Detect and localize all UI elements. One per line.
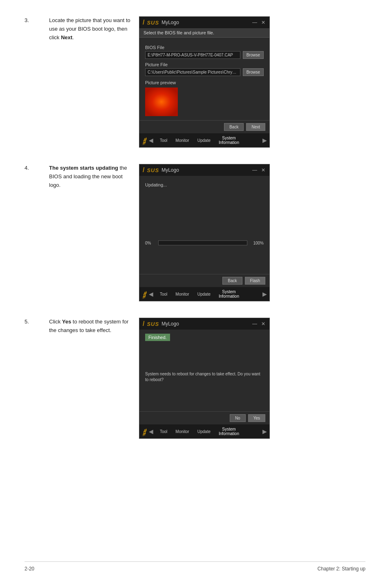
- nav-tool-2[interactable]: Tool: [156, 290, 171, 298]
- nav-bar-3: 𝄰 ◀ Tool Monitor Update SystemInformatio…: [139, 424, 269, 438]
- window-footer-2: Back Flash: [139, 274, 269, 287]
- nav-monitor-2[interactable]: Monitor: [171, 290, 193, 298]
- minimize-btn-1[interactable]: —: [251, 20, 258, 25]
- next-btn-1[interactable]: Next: [246, 123, 265, 131]
- bios-browse-btn[interactable]: Browse: [243, 51, 264, 59]
- updating-text: Updating...: [145, 182, 264, 187]
- asus-text-2: SUS: [147, 167, 159, 173]
- back-btn-1[interactable]: Back: [224, 123, 244, 131]
- nav-monitor-3[interactable]: Monitor: [171, 428, 193, 435]
- page-number: 2-20: [25, 566, 34, 572]
- step-5-screenshot: / SUS MyLogo — ✕ Finished. System needs …: [139, 318, 365, 439]
- progress-area: Updating... 0% 100%: [139, 176, 269, 274]
- chapter-label: Chapter 2: Starting up: [318, 566, 365, 572]
- nav-sysinfo-3[interactable]: SystemInformation: [215, 425, 243, 438]
- flower-thumbnail: [145, 88, 178, 116]
- titlebar-left-2: / SUS MyLogo: [143, 166, 179, 174]
- step-3: 3. Locate the picture that you want to u…: [25, 16, 365, 148]
- titlebar-left-3: / SUS MyLogo: [143, 320, 179, 328]
- nav-arrow-right-1[interactable]: ▶: [262, 137, 267, 144]
- nav-bar-2: 𝄰 ◀ Tool Monitor Update SystemInformatio…: [139, 287, 269, 301]
- mylogo-window-2: / SUS MyLogo — ✕ Updating... 0%: [139, 164, 270, 301]
- nav-monitor-1[interactable]: Monitor: [171, 137, 193, 144]
- step-3-text: Locate the picture that you want to use …: [49, 16, 139, 42]
- step-4-number: 4.: [25, 164, 49, 171]
- bios-label: BIOS File: [145, 45, 264, 50]
- titlebar-controls-3: — ✕: [251, 321, 266, 327]
- minimize-btn-3[interactable]: —: [251, 321, 258, 327]
- bios-field-row: E:\P8H77-M-PRO-ASUS-V-P8H77E-0407.CAP Br…: [145, 51, 264, 59]
- picture-browse-btn[interactable]: Browse: [243, 68, 264, 76]
- back-btn-2[interactable]: Back: [222, 277, 242, 285]
- nav-logo-1: 𝄰: [143, 136, 146, 145]
- progress-end: 100%: [251, 241, 264, 245]
- titlebar-1: / SUS MyLogo — ✕: [139, 17, 269, 28]
- preview-image: [145, 88, 178, 116]
- picture-input[interactable]: C:\Users\Public\Pictures\Sample Pictures…: [145, 68, 240, 76]
- window-footer-3: No Yes: [139, 411, 269, 424]
- nav-bar-1: 𝄰 ◀ Tool Monitor Update SystemInformatio…: [139, 133, 269, 147]
- progress-start: 0%: [145, 241, 155, 245]
- titlebar-controls-2: — ✕: [251, 167, 266, 173]
- step-5: 5. Click Yes to reboot the system for th…: [25, 318, 365, 439]
- window-title-2: MyLogo: [161, 167, 179, 173]
- step-5-text: Click Yes to reboot the system for the c…: [49, 318, 139, 335]
- titlebar-3: / SUS MyLogo — ✕: [139, 318, 269, 330]
- nav-arrow-right-2[interactable]: ▶: [262, 291, 267, 297]
- nav-tool-3[interactable]: Tool: [156, 428, 171, 435]
- step-5-number: 5.: [25, 318, 49, 325]
- nav-logo-2: 𝄰: [143, 290, 146, 298]
- nav-arrow-left-3[interactable]: ◀: [149, 428, 153, 435]
- nav-update-1[interactable]: Update: [193, 137, 215, 144]
- asus-text-3: SUS: [147, 321, 159, 327]
- reboot-text: System needs to reboot for changes to ta…: [145, 371, 264, 383]
- asus-text-1: SUS: [147, 20, 159, 26]
- window-title-3: MyLogo: [161, 321, 179, 327]
- window-body-1: BIOS File E:\P8H77-M-PRO-ASUS-V-P8H77E-0…: [139, 38, 269, 120]
- nav-logo-3: 𝄰: [143, 427, 146, 436]
- step-3-number: 3.: [25, 16, 49, 23]
- mylogo-window-1: / SUS MyLogo — ✕ Select the BIOS file an…: [139, 16, 270, 148]
- nav-arrow-left-1[interactable]: ◀: [149, 137, 153, 144]
- picture-field-row: C:\Users\Public\Pictures\Sample Pictures…: [145, 68, 264, 76]
- asus-slash-icon-1: /: [143, 19, 144, 26]
- no-btn[interactable]: No: [230, 414, 246, 422]
- nav-arrow-right-3[interactable]: ▶: [262, 428, 267, 435]
- nav-update-3[interactable]: Update: [193, 428, 215, 435]
- preview-label: Picture preview: [145, 80, 264, 85]
- asus-slash-icon-2: /: [143, 166, 144, 174]
- progress-bar: [158, 240, 247, 245]
- titlebar-controls-1: — ✕: [251, 20, 266, 25]
- asus-slash-icon-3: /: [143, 320, 144, 328]
- nav-tool-1[interactable]: Tool: [156, 137, 171, 144]
- window-title-1: MyLogo: [161, 20, 179, 25]
- titlebar-left-1: / SUS MyLogo: [143, 19, 179, 26]
- asus-logo-1: / SUS: [143, 19, 159, 26]
- nav-sysinfo-1[interactable]: SystemInformation: [215, 134, 243, 146]
- step-3-screenshot: / SUS MyLogo — ✕ Select the BIOS file an…: [139, 16, 365, 148]
- close-btn-3[interactable]: ✕: [260, 321, 266, 327]
- step-4: 4. The system starts updating the BIOS a…: [25, 164, 365, 301]
- nav-update-2[interactable]: Update: [193, 290, 215, 298]
- progress-row: 0% 100%: [145, 240, 264, 245]
- window-footer-1: Back Next: [139, 120, 269, 133]
- yes-btn[interactable]: Yes: [248, 414, 265, 422]
- page-footer: 2-20 Chapter 2: Starting up: [25, 561, 365, 572]
- finished-body: Finished. System needs to reboot for cha…: [139, 330, 269, 411]
- titlebar-2: / SUS MyLogo — ✕: [139, 164, 269, 176]
- finished-tag: Finished.: [145, 334, 170, 341]
- close-btn-1[interactable]: ✕: [260, 20, 266, 25]
- nav-arrow-left-2[interactable]: ◀: [149, 291, 153, 297]
- bios-input[interactable]: E:\P8H77-M-PRO-ASUS-V-P8H77E-0407.CAP: [145, 51, 240, 59]
- close-btn-2[interactable]: ✕: [260, 167, 266, 173]
- flash-btn[interactable]: Flash: [245, 277, 265, 285]
- asus-logo-2: / SUS: [143, 166, 159, 174]
- mylogo-window-3: / SUS MyLogo — ✕ Finished. System needs …: [139, 318, 270, 439]
- window-subtitle-1: Select the BIOS file and picture file.: [139, 28, 269, 38]
- nav-sysinfo-2[interactable]: SystemInformation: [215, 288, 243, 300]
- asus-logo-3: / SUS: [143, 320, 159, 328]
- step-4-screenshot: / SUS MyLogo — ✕ Updating... 0%: [139, 164, 365, 301]
- picture-label: Picture File: [145, 62, 264, 67]
- minimize-btn-2[interactable]: —: [251, 167, 258, 173]
- step-4-text: The system starts updating the BIOS and …: [49, 164, 139, 189]
